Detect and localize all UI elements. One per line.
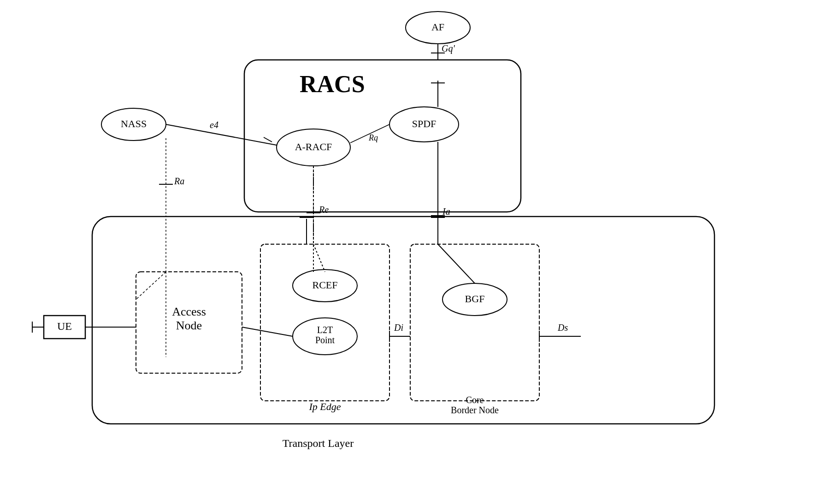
racs-label: RACS	[300, 71, 365, 97]
diagram-container: AF Gq' RACS SPDF A-RACF Rq NASS e4	[0, 0, 826, 504]
bgf-label: BGF	[465, 293, 485, 305]
af-label: AF	[431, 21, 444, 33]
svg-rect-23	[410, 244, 539, 401]
nass-label: NASS	[121, 118, 147, 129]
di-label: Di	[394, 322, 403, 333]
rq-label: Rq	[368, 133, 378, 142]
transport-layer-label: Transport Layer	[283, 437, 354, 449]
rcef-label: RCEF	[312, 279, 337, 291]
l2t-label2: Point	[315, 335, 335, 345]
ue-label: UE	[57, 320, 72, 332]
e4-label: e4	[210, 120, 218, 130]
gq-label: Gq'	[442, 43, 455, 54]
aracf-label: A-RACF	[295, 141, 332, 152]
ia-label: Ia	[442, 206, 450, 217]
ra-label: Ra	[174, 176, 184, 186]
core-border-label1: Core	[466, 395, 484, 405]
access-node-label2: Node	[176, 319, 202, 332]
ip-edge-label: Ip Edge	[308, 401, 341, 412]
access-node-label1: Access	[172, 305, 206, 318]
spdf-label: SPDF	[412, 118, 437, 129]
re-label: Re	[319, 205, 329, 215]
l2t-label1: L2T	[317, 325, 333, 335]
core-border-label2: Border Node	[451, 405, 499, 415]
ds-label: Ds	[557, 322, 568, 333]
